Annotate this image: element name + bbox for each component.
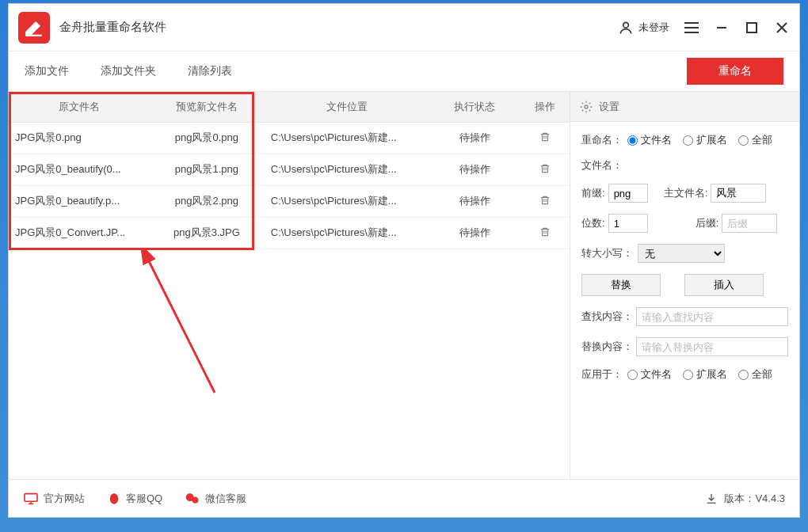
cell-original: JPG风景0_Convert.JP... (9, 217, 149, 249)
table-row[interactable]: JPG风景0_beautify.p... png风景2.png C:\Users… (9, 185, 570, 217)
cell-preview: png风景0.png (149, 122, 265, 154)
cell-original: JPG风景0.png (9, 122, 149, 154)
svg-point-12 (192, 496, 198, 503)
digits-input[interactable] (608, 214, 648, 233)
cell-location: C:\Users\pc\Pictures\新建... (265, 217, 429, 249)
table-row[interactable]: JPG风景0_beautify(0... png风景1.png C:\Users… (9, 154, 570, 185)
toolbar: 添加文件 添加文件夹 清除列表 重命名 (9, 51, 799, 91)
trash-icon (539, 195, 551, 206)
menu-button[interactable] (684, 20, 699, 36)
suffix-label: 后缀: (696, 216, 719, 230)
monitor-icon (23, 492, 39, 505)
add-folder-button[interactable]: 添加文件夹 (101, 64, 156, 78)
delete-row-button[interactable] (539, 165, 551, 177)
app-icon (18, 12, 50, 44)
cell-preview: png风景2.png (149, 185, 265, 217)
add-file-button[interactable]: 添加文件 (25, 64, 69, 78)
cell-action (520, 154, 570, 185)
titlebar: 金舟批量重命名软件 未登录 (9, 4, 799, 51)
replace-input[interactable] (636, 337, 788, 356)
cell-action (520, 122, 570, 154)
svg-point-0 (623, 22, 629, 28)
trash-icon (539, 163, 551, 174)
apply-radio-ext[interactable]: 扩展名 (683, 367, 727, 382)
settings-header: 设置 (570, 92, 799, 122)
find-input[interactable] (636, 307, 788, 326)
case-select[interactable]: 无 (638, 244, 725, 263)
user-icon (618, 20, 634, 36)
table-row[interactable]: JPG风景0_Convert.JP... png风景3.JPG C:\Users… (9, 217, 570, 249)
prefix-input[interactable] (608, 184, 648, 203)
col-action: 操作 (520, 92, 570, 122)
table-row[interactable]: JPG风景0.png png风景0.png C:\Users\pc\Pictur… (9, 122, 570, 154)
prefix-label: 前缀: (581, 186, 605, 200)
delete-row-button[interactable] (539, 196, 551, 208)
apply-label: 应用于： (581, 367, 623, 382)
delete-row-button[interactable] (539, 133, 551, 145)
insert-mode-button[interactable]: 插入 (684, 274, 764, 296)
app-window: 金舟批量重命名软件 未登录 添加文件 添加文件夹 清除列表 重命名 (8, 3, 800, 518)
rename-radio-ext[interactable]: 扩展名 (683, 133, 727, 147)
website-link[interactable]: 官方网站 (23, 492, 85, 506)
trash-icon (539, 226, 551, 238)
replace-content-label: 替换内容： (581, 340, 633, 354)
app-title: 金舟批量重命名软件 (59, 20, 166, 35)
suffix-input[interactable] (722, 214, 777, 233)
main-name-label: 主文件名: (664, 186, 708, 200)
cell-location: C:\Users\pc\Pictures\新建... (265, 154, 429, 185)
cell-action (520, 217, 570, 249)
apply-radio-all[interactable]: 全部 (738, 367, 772, 382)
login-text: 未登录 (638, 21, 669, 35)
table-header-row: 原文件名 预览新文件名 文件位置 执行状态 操作 (9, 92, 570, 122)
wechat-link[interactable]: 微信客服 (185, 492, 246, 506)
col-original: 原文件名 (9, 92, 149, 122)
login-button[interactable]: 未登录 (618, 20, 669, 36)
apply-radio-filename[interactable]: 文件名 (627, 367, 672, 382)
cell-preview: png风景1.png (149, 154, 265, 185)
col-status: 执行状态 (429, 92, 520, 122)
download-icon (705, 492, 718, 505)
titlebar-right: 未登录 (618, 20, 790, 36)
gear-icon (580, 101, 593, 113)
arrow-annotation (135, 250, 231, 408)
settings-body: 重命名： 文件名 扩展名 全部 文件名： 前缀: 主文件名: 位数: (570, 122, 799, 404)
settings-title: 设置 (599, 100, 619, 114)
rename-button[interactable]: 重命名 (687, 58, 783, 85)
delete-row-button[interactable] (539, 228, 551, 240)
case-label: 转大小写： (581, 246, 633, 260)
qq-icon (107, 492, 121, 506)
cell-status: 待操作 (429, 154, 520, 185)
replace-mode-button[interactable]: 替换 (581, 274, 661, 296)
cell-action (520, 185, 570, 217)
clear-list-button[interactable]: 清除列表 (188, 64, 232, 78)
cell-location: C:\Users\pc\Pictures\新建... (265, 122, 429, 154)
version-text: 版本：V4.4.3 (724, 492, 785, 506)
maximize-button[interactable] (744, 20, 760, 36)
trash-icon (539, 131, 551, 142)
svg-rect-2 (747, 23, 757, 32)
svg-point-10 (110, 493, 119, 504)
svg-rect-7 (25, 493, 37, 501)
content: 原文件名 预览新文件名 文件位置 执行状态 操作 JPG风景0.png png风… (9, 91, 799, 479)
col-preview: 预览新文件名 (149, 92, 265, 122)
svg-line-5 (147, 258, 215, 393)
digits-label: 位数: (581, 216, 605, 230)
rename-radio-filename[interactable]: 文件名 (627, 133, 672, 147)
col-location: 文件位置 (265, 92, 429, 122)
cell-original: JPG风景0_beautify.p... (9, 185, 149, 217)
cell-location: C:\Users\pc\Pictures\新建... (265, 185, 429, 217)
cell-preview: png风景3.JPG (149, 217, 265, 249)
main-name-input[interactable] (711, 184, 766, 203)
settings-panel: 设置 重命名： 文件名 扩展名 全部 文件名： 前缀: 主文件名: (570, 92, 799, 479)
rename-scope-label: 重命名： (581, 133, 623, 147)
minimize-button[interactable] (714, 20, 730, 36)
cell-status: 待操作 (429, 217, 520, 249)
rename-radio-all[interactable]: 全部 (738, 133, 772, 147)
filename-section-label: 文件名： (581, 158, 623, 173)
qq-link[interactable]: 客服QQ (107, 492, 162, 506)
cell-status: 待操作 (429, 185, 520, 217)
close-button[interactable] (774, 20, 790, 36)
cell-status: 待操作 (429, 122, 520, 154)
version-area: 版本：V4.4.3 (705, 492, 785, 506)
svg-point-6 (585, 105, 588, 108)
